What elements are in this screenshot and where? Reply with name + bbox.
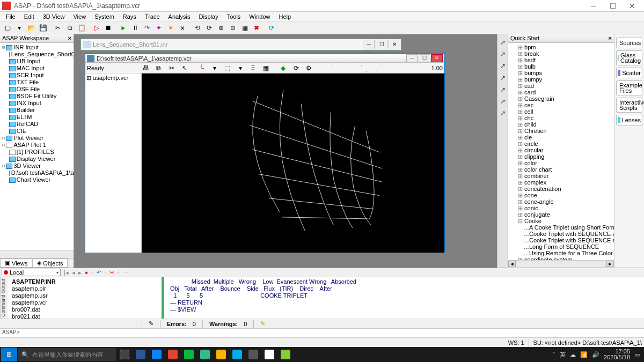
rbtn-ln[interactable]: Lenses [616,115,642,125]
tree-item[interactable]: SCR Input [1,72,72,79]
quickstart-close-icon[interactable]: × [609,35,612,42]
viewer-tree-root[interactable]: asaptemp.vcr [93,75,128,81]
go-icon[interactable]: ► [118,23,129,33]
qs-item[interactable]: ⊞ combiner [511,173,613,179]
menu-trace[interactable]: Trace [141,13,164,20]
qs-subitem[interactable]: …Using Remote for a Three Color Trace [511,250,613,256]
zoom-out-icon[interactable]: ⊖ [228,23,238,33]
viewer-canvas[interactable] [142,73,444,253]
warn-icon[interactable]: ✎ [260,320,265,327]
step-icon[interactable]: ↷ [142,23,152,33]
qs-item[interactable]: ⊞ cell [511,108,613,115]
vt-copy-icon[interactable]: ⧉ [153,63,164,73]
x-icon[interactable]: ✖ [251,23,262,33]
ray-icon[interactable]: ✶ [165,23,176,33]
tree-item[interactable]: [1] PROFILES [1,149,72,156]
tree-item[interactable]: ⊟INR Input [1,44,72,51]
qs-subitem[interactable]: …Long Form of SEQUENCE [511,243,613,250]
tab-views[interactable]: ▣Views [0,258,32,268]
tree-item[interactable]: OSF File [1,86,72,93]
system-tray[interactable]: ˄ 英 ☁ 📶 🔊 17:05 2020/5/18 ▭ [552,349,643,360]
rbtn-src[interactable]: Sources [616,38,642,48]
menu-display[interactable]: Display [195,13,222,20]
tree-item[interactable]: ⊟3D Viewer [1,162,72,169]
tree-item[interactable]: INX Input [1,100,72,107]
arrow-tool-icon[interactable]: ↗ [499,109,507,118]
rbtn-sc[interactable]: Scatter [616,68,642,78]
menu-rays[interactable]: Rays [119,13,140,20]
vt-drop2-icon[interactable]: ▾ [235,63,246,73]
tree-item[interactable]: Display Viewer [1,156,72,162]
vt-cut-icon[interactable]: ✂ [166,63,177,73]
qs-item[interactable]: ⊞ bumps [511,70,613,76]
scroll-right-icon[interactable]: ► [606,261,614,267]
tree-item[interactable]: BSDF Fit Utility [1,93,72,100]
save-icon[interactable]: 💾 [38,23,48,33]
pause-icon[interactable]: ⏸ [130,23,141,33]
qs-item[interactable]: ⊞ chc [511,115,613,121]
qs-item[interactable]: ⊞ cad [511,83,613,89]
qs-item[interactable]: ⊞ conic [511,205,613,211]
local-dropdown[interactable]: Local [2,269,61,276]
tree-item[interactable]: TXT File [1,79,72,86]
zoom-in-icon[interactable]: ⊕ [216,23,226,33]
task-view-icon[interactable] [117,348,132,361]
qs-item[interactable]: ⊞ Chretien [511,128,613,134]
qs-item[interactable]: ⊞ coordinate system [511,256,613,260]
qs-item[interactable]: ⊞ complex [511,179,613,186]
qs-item[interactable]: ⊞ bsdf [511,57,613,63]
dropdown-icon[interactable]: ▾ [14,23,25,33]
tray-up-icon[interactable]: ˄ [552,351,555,358]
tree-item[interactable]: ⊟ASAP Plot 1 [1,142,72,149]
qs-item[interactable]: ⊞ color [511,160,613,166]
edit-icon[interactable]: ✎ [149,320,153,327]
tab-objects[interactable]: ◈Objects [32,258,68,268]
vt-grid-icon[interactable]: ⠿ [248,63,259,73]
tray-vol-icon[interactable]: 🔊 [592,351,599,358]
qs-item[interactable]: ⊞ break [511,50,613,57]
arrow-tool-icon[interactable]: ↗ [499,98,507,106]
tree-item[interactable]: LIB Input [1,58,72,65]
nav-first-icon[interactable]: |◂ [64,269,69,276]
arrow-tool-icon[interactable]: ↗ [499,86,507,94]
minimize-button[interactable]: ─ [584,1,603,11]
grid-icon[interactable]: ▦ [239,23,250,33]
workspace-close-icon[interactable]: × [68,35,71,42]
tray-net-icon[interactable]: 📶 [580,351,588,358]
qs-item[interactable]: ⊞ cec [511,102,613,108]
tree-item[interactable]: CIE [1,128,72,135]
qs-item-cooke[interactable]: ⊟ Cooke [511,218,613,224]
new-icon[interactable]: ▢ [2,23,13,33]
vt-print-icon[interactable]: 🖶 [141,63,151,73]
qs-subitem[interactable]: …A Cooke Triplet using Short Form of S [511,224,613,231]
nav-cut-icon[interactable]: ✂ [109,269,114,276]
vt-play-icon[interactable]: ◆ [278,63,289,73]
vt-loop-icon[interactable]: ⟳ [291,63,302,73]
lens-min-button[interactable]: ─ [363,40,375,49]
refresh-icon[interactable]: ⟳ [266,23,277,33]
qs-item[interactable]: ⊞ Cassegrain [511,95,613,102]
qs-subitem[interactable]: …Cooke Triplet with SEQUENCE and EXPLO [511,237,613,243]
viewer-slider[interactable]: · · · · · · · · · · · · · [317,62,429,75]
quickstart-tree[interactable]: ⊞ bpm⊞ break⊞ bsdf⊞ bulb⊞ bumps⊞ bumpy⊞ … [508,43,614,260]
copy-icon[interactable]: ⧉ [64,23,75,33]
qs-item[interactable]: ⊞ circular [511,147,613,153]
qs-item[interactable]: ⊞ bumpy [511,76,613,83]
vt-drop-icon[interactable]: ▾ [209,63,220,73]
app-icon[interactable] [246,348,261,361]
command-line[interactable]: ASAP> [0,328,644,337]
vt-gear-icon[interactable]: ⚙ [304,63,314,73]
tree-item[interactable]: RefCAD [1,121,72,128]
workspace-tree[interactable]: ⊟INR Input Lens_Sequence_Short01.inr LIB… [0,43,74,250]
run-icon[interactable]: ▷ [91,23,102,33]
maximize-button[interactable]: ☐ [603,1,623,11]
app-icon[interactable] [181,348,196,361]
menu-analysis[interactable]: Analysis [165,13,194,20]
qs-scrollbar[interactable]: ◄ ► [508,260,614,268]
qs-item[interactable]: ⊞ concatenation [511,186,613,192]
nav-more-icon[interactable]: ⋯ [122,269,128,276]
app-icon[interactable] [230,348,245,361]
trace-icon[interactable]: ✦ [153,23,164,33]
file-list[interactable]: ASAPTEMP.INR asaptemp.plr asaptemp.usr a… [8,277,162,319]
rbtn-ef[interactable]: Example Files [616,80,642,95]
